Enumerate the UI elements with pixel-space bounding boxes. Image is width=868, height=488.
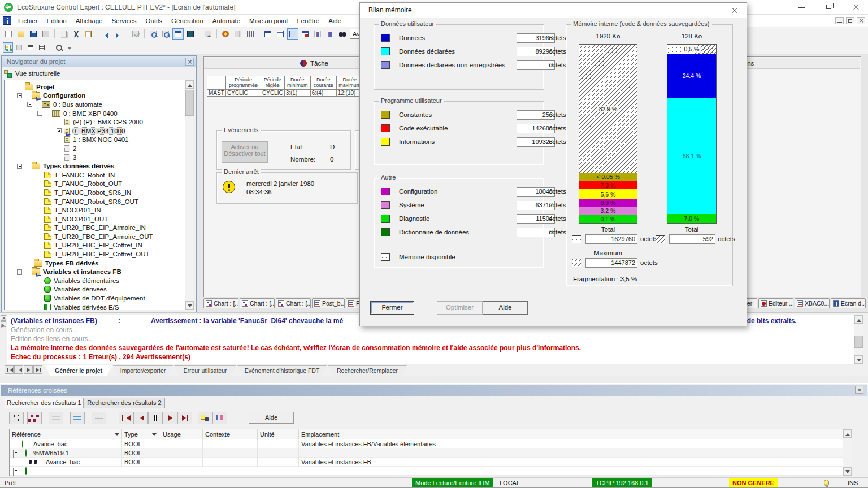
transfer-icon[interactable] — [202, 28, 214, 40]
next-tab-icon[interactable] — [24, 365, 33, 374]
menu-outils[interactable]: Outils — [141, 18, 167, 24]
menu-aide[interactable]: Aide — [324, 18, 346, 24]
col-contexte[interactable]: Contexte — [203, 429, 258, 439]
structural-view-icon[interactable] — [3, 42, 13, 53]
dialog-close-icon[interactable] — [726, 5, 743, 16]
tree-item-rack[interactable]: 0 : BME XBP 0400 — [5, 109, 185, 118]
tab-importer-exporter[interactable]: Importer/exporter — [113, 365, 173, 376]
tree-item-ddt[interactable]: T_UR20_FBC_EIP_Coffret_OUT — [5, 250, 185, 259]
mdi-tab-ecran[interactable]: Ecran d... — [831, 298, 866, 308]
table-row[interactable] — [10, 467, 852, 476]
menu-fenetre[interactable]: Fenêtre — [293, 18, 324, 24]
bar2-total-field[interactable]: 592 — [669, 234, 715, 244]
replace-a2-icon[interactable] — [324, 28, 336, 40]
go-first-icon[interactable] — [119, 412, 133, 424]
collapse-icon[interactable] — [13, 468, 14, 476]
replace-a1-icon[interactable] — [312, 28, 323, 40]
tree-item-slot2[interactable]: 2 — [5, 144, 185, 153]
menu-services[interactable]: Services — [107, 18, 141, 24]
tree-item-ddt[interactable]: T_UR20_FBC_EIP_Coffret_IN — [5, 241, 185, 250]
search-binoculars-icon[interactable] — [337, 28, 348, 40]
grid-edit-icon[interactable] — [245, 28, 256, 40]
cut-icon[interactable] — [70, 28, 81, 40]
mdi-tab-chart2[interactable]: Chart : [.. — [240, 298, 275, 308]
tree-item-ddt[interactable]: T_FANUC_Robot_SR6_OUT — [5, 197, 185, 206]
scroll-down-icon[interactable] — [185, 301, 194, 310]
tab-resultats-2[interactable]: Rechercher des résultats 2 — [84, 398, 165, 408]
tab-erreur-utilisateur[interactable]: Erreur utilisateur — [174, 365, 236, 376]
menu-automate[interactable]: Automate — [208, 18, 245, 24]
toggle-events-button[interactable]: Activer ou Désactiver tout — [222, 141, 268, 163]
project-browser-icon[interactable] — [172, 28, 184, 40]
collapse-icon[interactable] — [17, 269, 22, 274]
collapse-icon[interactable] — [17, 93, 22, 98]
minimize-button[interactable] — [793, 2, 810, 12]
functional-view-icon[interactable] — [14, 42, 24, 53]
menu-edition[interactable]: Edition — [42, 18, 71, 24]
menu-fichier[interactable]: Fichier — [14, 18, 42, 24]
tree-item-ddt[interactable]: T_FANUC_Robot_OUT — [5, 180, 185, 189]
navigator-close-icon[interactable] — [185, 58, 194, 66]
mdi-close-button[interactable] — [857, 17, 865, 24]
col-emplacement[interactable]: Emplacement — [299, 429, 852, 439]
search-variable-icon[interactable] — [198, 412, 212, 424]
tree-item-noc[interactable]: 1 : BMX NOC 0401 — [5, 136, 185, 145]
crossref-help-button[interactable]: Aide — [249, 412, 294, 424]
tile-window-icon[interactable] — [25, 42, 36, 53]
aide-button[interactable]: Aide — [483, 301, 528, 315]
col-usage[interactable]: Usage — [160, 429, 203, 439]
new-file-icon[interactable] — [3, 28, 14, 40]
mdi-restore-button[interactable] — [846, 17, 854, 24]
print-icon[interactable] — [40, 28, 51, 40]
analyze-icon[interactable] — [147, 28, 159, 40]
tree-item-ddt[interactable]: T_NOC0401_OUT — [5, 215, 185, 224]
tree-item-var-es[interactable]: Variables dérivées E/S — [5, 303, 185, 310]
scroll-up-icon[interactable] — [854, 315, 863, 324]
save-icon[interactable] — [28, 28, 39, 40]
sort-icon[interactable] — [152, 433, 157, 438]
tab-rechercher-remplacer[interactable]: Rechercher/Remplacer — [328, 365, 407, 376]
log-scrollbar[interactable] — [854, 315, 863, 364]
tree-item-ddt[interactable]: T_FANUC_Robot_IN — [5, 171, 185, 180]
tree-item-var-elem[interactable]: Variables élémentaires — [5, 276, 185, 285]
tab-generer-le-projet[interactable]: Générer le projet — [45, 365, 112, 376]
tree-item-ddt-types[interactable]: Types données dérivés — [5, 162, 185, 171]
go-current-icon[interactable] — [148, 412, 163, 424]
go-prev-icon[interactable] — [133, 412, 148, 424]
tree-item-ddt[interactable]: T_UR20_FBC_EIP_Armoire_IN — [5, 224, 185, 233]
menu-mise-au-point[interactable]: Mise au point — [245, 18, 292, 24]
restore-button[interactable] — [821, 2, 837, 12]
expand-all-icon[interactable] — [70, 412, 85, 424]
collapse-icon[interactable] — [27, 102, 32, 107]
mdi-tab-chart1[interactable]: Chart : [.. — [203, 298, 238, 308]
type-filter-icon[interactable] — [212, 412, 227, 424]
collapse-all-icon[interactable] — [49, 412, 63, 424]
optimiser-button[interactable]: Optimiser — [437, 301, 483, 315]
scrollbar-thumb[interactable] — [854, 336, 863, 348]
tree-item-ddt[interactable]: T_FANUC_Robot_SR6_IN — [5, 188, 185, 197]
flat-view-icon[interactable] — [27, 412, 42, 424]
mdi-minimize-button[interactable] — [835, 17, 844, 24]
tree-item-bus-automate[interactable]: 0 : Bus automate — [5, 100, 185, 109]
menu-affichage[interactable]: Affichage — [71, 18, 107, 24]
cascade-window-icon[interactable] — [37, 42, 47, 53]
search-zoom-icon[interactable] — [160, 28, 171, 40]
mdi-tab-post[interactable]: Post_b... — [312, 298, 345, 308]
col-reference[interactable]: Référence — [10, 429, 122, 439]
tree-scrollbar[interactable] — [185, 80, 194, 310]
tree-item-ddt[interactable]: T_NOC0401_IN — [5, 206, 185, 215]
table-row[interactable]: Avance_bac BOOL Variables et instances F… — [10, 439, 852, 448]
tab-evenement-fdt[interactable]: Evénement d'historique FDT — [237, 365, 327, 376]
collapse-icon[interactable] — [17, 164, 22, 169]
animation-table-icon[interactable] — [287, 28, 298, 40]
scroll-up-icon[interactable] — [185, 80, 194, 89]
output-expand-icon[interactable] — [1, 321, 6, 327]
menu-generation[interactable]: Génération — [167, 18, 208, 24]
document-icon[interactable] — [3, 16, 11, 25]
expand-icon[interactable] — [57, 128, 62, 133]
maximum-field[interactable]: 1447872 — [585, 258, 637, 268]
screen-icon[interactable] — [185, 28, 196, 40]
table-row[interactable]: %MW6519.1 BOOL — [10, 448, 852, 457]
tree-item-fb-types[interactable]: Types FB dérivés — [5, 259, 185, 268]
fermer-button[interactable]: Fermer — [370, 301, 414, 315]
